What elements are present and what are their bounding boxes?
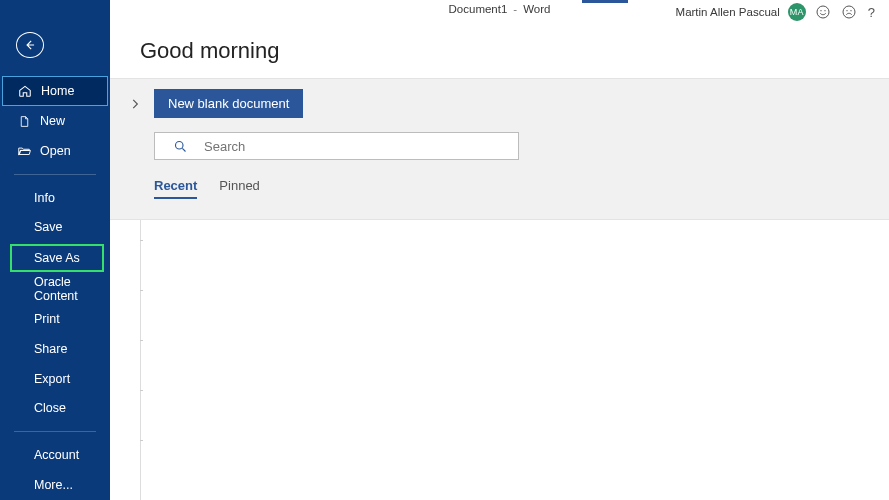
sidebar-separator [14, 431, 96, 432]
folder-open-icon [16, 143, 32, 159]
home-icon [17, 83, 33, 99]
sidebar-item-label: Info [34, 191, 55, 205]
sidebar-item-account[interactable]: Account [0, 440, 110, 470]
chevron-right-icon[interactable] [126, 95, 144, 113]
app-root: Home New Open Info Save Save As Oracle C… [0, 0, 889, 500]
search-input[interactable] [204, 139, 508, 154]
sidebar-item-close[interactable]: Close [0, 394, 110, 424]
greeting-row: Good morning [110, 24, 889, 78]
sidebar-item-oracle-content[interactable]: Oracle Content [0, 274, 110, 304]
sidebar-item-label: Share [34, 342, 67, 356]
svg-point-6 [176, 141, 184, 149]
svg-point-4 [846, 10, 847, 11]
sidebar-item-new[interactable]: New [0, 106, 110, 136]
tab-recent[interactable]: Recent [154, 178, 197, 199]
help-button[interactable]: ? [866, 5, 877, 20]
svg-point-0 [817, 6, 829, 18]
recent-tabs: Recent Pinned [154, 178, 873, 199]
new-blank-document-button[interactable]: New blank document [154, 89, 303, 118]
sidebar-item-export[interactable]: Export [0, 364, 110, 394]
sidebar-item-label: Account [34, 448, 79, 462]
templates-row: New blank document [126, 89, 873, 118]
sidebar-item-info[interactable]: Info [0, 183, 110, 213]
svg-point-5 [850, 10, 851, 11]
back-arrow-icon [23, 38, 37, 52]
home-section: New blank document Recent Pinned [110, 78, 889, 220]
main-panel: Document1 - Word Martin Allen Pascual MA… [110, 0, 889, 500]
backstage-sidebar: Home New Open Info Save Save As Oracle C… [0, 0, 110, 500]
avatar[interactable]: MA [788, 3, 806, 21]
search-box[interactable] [154, 132, 519, 160]
window-title: Document1 - Word [449, 3, 551, 15]
document-icon [16, 113, 32, 129]
sidebar-item-label: Save As [34, 251, 80, 265]
sidebar-item-print[interactable]: Print [0, 304, 110, 334]
sidebar-item-more[interactable]: More... [0, 470, 110, 500]
sidebar-item-label: Print [34, 312, 60, 326]
tab-accent [582, 0, 628, 3]
sidebar-item-label: New [40, 114, 65, 128]
sidebar-item-label: Home [41, 84, 74, 98]
sidebar-item-label: Oracle Content [34, 275, 110, 303]
sidebar-item-label: More... [34, 478, 73, 492]
svg-point-1 [820, 10, 821, 11]
user-name: Martin Allen Pascual [676, 6, 780, 18]
sidebar-item-label: Open [40, 144, 71, 158]
back-button[interactable] [16, 32, 44, 58]
title-bar: Document1 - Word Martin Allen Pascual MA… [110, 0, 889, 24]
title-separator: - [513, 3, 517, 15]
smile-feedback-icon[interactable] [814, 3, 832, 21]
sidebar-item-label: Export [34, 372, 70, 386]
sidebar-separator [14, 174, 96, 175]
sidebar-item-share[interactable]: Share [0, 334, 110, 364]
sidebar-item-open[interactable]: Open [0, 136, 110, 166]
svg-point-2 [824, 10, 825, 11]
svg-point-3 [843, 6, 855, 18]
user-area: Martin Allen Pascual MA ? [676, 3, 877, 21]
sidebar-item-label: Close [34, 401, 66, 415]
sidebar-item-save[interactable]: Save [0, 212, 110, 242]
page-title: Good morning [140, 38, 889, 64]
search-icon [173, 139, 188, 154]
sidebar-item-home[interactable]: Home [2, 76, 108, 106]
frown-feedback-icon[interactable] [840, 3, 858, 21]
recent-documents-list [140, 220, 889, 500]
svg-line-7 [182, 148, 185, 151]
sidebar-item-save-as[interactable]: Save As [10, 244, 104, 272]
sidebar-item-label: Save [34, 220, 63, 234]
document-name: Document1 [449, 3, 508, 15]
tab-pinned[interactable]: Pinned [219, 178, 259, 199]
app-name: Word [523, 3, 550, 15]
